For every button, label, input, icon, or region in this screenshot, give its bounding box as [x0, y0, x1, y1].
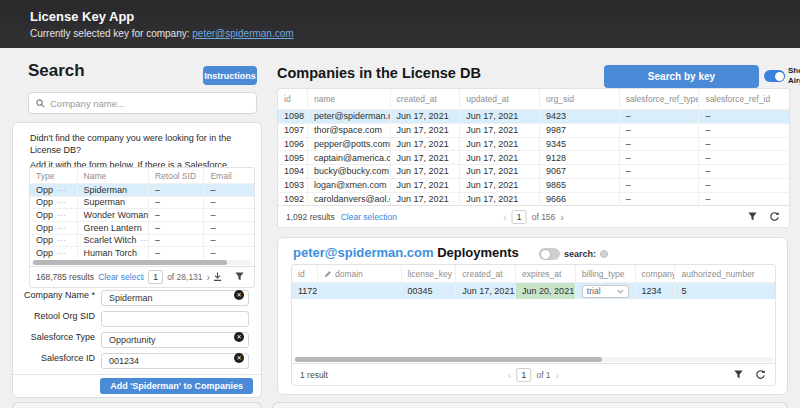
table-row[interactable]: 1093 logan@xmen.com Jun 17, 2021 Jun 17,…	[278, 178, 789, 192]
search-toggle-label: search:	[564, 249, 596, 259]
salesforce-type-field[interactable]	[101, 332, 249, 348]
filter-icon[interactable]	[232, 271, 246, 283]
app-title: License Key App	[30, 9, 134, 24]
column-header-id[interactable]: id	[278, 89, 308, 109]
search-icon	[36, 99, 45, 108]
column-header-type[interactable]: Type	[30, 168, 78, 183]
column-header-name[interactable]: name	[308, 89, 391, 109]
column-header-domain[interactable]: domain	[318, 265, 402, 282]
column-header-salesforce-ref-type[interactable]: salesforce_ref_type	[620, 89, 700, 109]
deployments-container: peter@spiderman.com Deployments search: …	[277, 237, 788, 395]
table-row[interactable]: Opp Scarlet Witch – –	[30, 234, 254, 247]
search-input[interactable]	[50, 98, 249, 109]
next-page-button[interactable]: ›	[560, 212, 564, 222]
table-row[interactable]: Opp Spiderman – –	[30, 183, 254, 196]
intro-line1: Didn't find the company you were looking…	[30, 133, 248, 156]
clear-selection-link[interactable]: Clear selection	[341, 212, 397, 222]
filter-icon[interactable]	[745, 211, 759, 223]
table-row[interactable]: Opp Wonder Woman – –	[30, 208, 254, 221]
expires-at-cell: Jun 20, 2021	[516, 283, 576, 299]
table-row[interactable]: 1098 peter@spiderman.co Jun 17, 2021 Jun…	[278, 109, 789, 123]
column-header-salesforce-ref-id[interactable]: salesforce_ref_id	[699, 89, 789, 109]
table-row[interactable]: 1096 pepper@potts.com Jun 17, 2021 Jun 1…	[278, 137, 789, 151]
deployments-company-name[interactable]: peter@spiderman.com	[293, 245, 434, 260]
clear-field-icon[interactable]: ✕	[234, 290, 244, 300]
show-airgapped-toggle[interactable]	[764, 70, 785, 82]
table-row[interactable]: 1095 captain@america.com Jun 17, 2021 Ju…	[278, 150, 789, 164]
app-header: License Key App Currently selected key f…	[0, 0, 800, 48]
table-row[interactable]: 1094 bucky@bucky.com Jun 17, 2021 Jun 17…	[278, 164, 789, 178]
selected-company-link[interactable]: peter@spiderman.com	[192, 28, 293, 39]
page-count-label: of 28,131	[167, 272, 202, 282]
page-number-input[interactable]: 1	[512, 210, 527, 224]
next-card-sliver	[12, 402, 262, 408]
domain-cell[interactable]	[318, 283, 402, 299]
truncation-ellipsis	[53, 235, 65, 245]
page-number-input[interactable]: 1	[148, 270, 163, 284]
table-row[interactable]: 1172 00345 Jun 17, 2021 Jun 20, 2021 tri…	[292, 282, 775, 299]
column-header-license-key[interactable]: license_key	[402, 265, 457, 282]
prev-page-button[interactable]: ‹	[503, 212, 507, 222]
table-row[interactable]: Opp Superman – –	[30, 196, 254, 209]
table-row[interactable]: Opp Human Torch – –	[30, 246, 254, 259]
clear-field-icon[interactable]: ✕	[234, 332, 244, 342]
column-header-created-at[interactable]: created_at	[456, 265, 516, 282]
truncation-ellipsis	[53, 248, 65, 258]
column-header-expires-at[interactable]: expires_at	[516, 265, 576, 282]
column-header-id[interactable]: id	[292, 265, 318, 282]
clear-field-icon[interactable]: ✕	[234, 353, 244, 363]
page-count-label: of 156	[532, 212, 556, 222]
clear-selection-link[interactable]: Clear selection	[98, 272, 144, 282]
next-page-button[interactable]: ›	[556, 370, 560, 380]
page-count-label: of 1	[536, 370, 550, 380]
toggle-knob	[541, 250, 550, 259]
table-row[interactable]: 1092 caroldanvers@aol.com Jun 17, 2021 J…	[278, 192, 789, 206]
truncation-ellipsis	[53, 210, 65, 220]
page-number-input[interactable]: 1	[516, 368, 531, 382]
column-header-authorized-number[interactable]: authorized_number	[675, 265, 775, 282]
column-header-org-sid[interactable]: org_sid	[540, 89, 620, 109]
horizontal-scrollbar[interactable]	[32, 260, 252, 265]
prev-page-button[interactable]: ‹	[508, 370, 512, 380]
column-header-billing-type[interactable]: billing_type	[576, 265, 636, 282]
refresh-icon[interactable]	[753, 369, 767, 381]
search-by-key-button[interactable]: Search by key	[604, 65, 759, 88]
salesforce-id-label: Salesforce ID	[13, 353, 101, 363]
toggle-knob	[775, 72, 784, 81]
retool-org-sid-field[interactable]	[101, 311, 249, 327]
next-card-sliver	[272, 402, 788, 408]
results-count: 1 result	[300, 370, 328, 380]
column-header-company-id[interactable]: company_id	[636, 265, 676, 282]
results-count: 1,092 results	[286, 212, 335, 222]
search-toggle[interactable]	[539, 248, 560, 260]
salesforce-id-field[interactable]	[101, 353, 249, 369]
truncation-ellipsis	[53, 197, 65, 207]
table-footer: 1,092 results Clear selection ‹ 1 of 156…	[278, 205, 789, 227]
subtitle-prefix: Currently selected key for company:	[30, 28, 190, 39]
column-header-email[interactable]: Email	[204, 168, 254, 183]
refresh-icon[interactable]	[767, 211, 781, 223]
companies-table: id name created_at updated_at org_sid sa…	[277, 88, 790, 228]
table-row[interactable]: 1097 thor@space.com Jun 17, 2021 Jun 17,…	[278, 123, 789, 137]
status-indicator-dot	[600, 250, 608, 258]
add-company-button[interactable]: Add 'Spiderman' to Companies	[100, 378, 253, 394]
salesforce-type-label: Salesforce Type	[13, 332, 101, 342]
company-name-field[interactable]	[101, 290, 249, 306]
instructions-button[interactable]: Instructions	[203, 66, 257, 85]
column-header-retool-sid[interactable]: Retool SID	[149, 168, 205, 183]
deployments-title: peter@spiderman.com Deployments	[293, 245, 519, 260]
download-icon[interactable]	[210, 271, 224, 283]
show-airgapped-label: Show Airgapped	[788, 66, 800, 85]
column-header-name[interactable]: Name	[78, 168, 149, 183]
pencil-icon	[324, 270, 332, 278]
column-header-created-at[interactable]: created_at	[391, 89, 461, 109]
table-row[interactable]: Opp Green Lantern – –	[30, 221, 254, 234]
filter-icon[interactable]	[731, 369, 745, 381]
column-header-updated-at[interactable]: updated_at	[460, 89, 540, 109]
add-company-container: Didn't find the company you were looking…	[12, 122, 262, 398]
billing-type-select[interactable]: trial	[582, 285, 629, 298]
company-name-label: Company Name *	[13, 290, 101, 300]
horizontal-scrollbar[interactable]	[294, 357, 773, 362]
company-search-field[interactable]	[28, 92, 257, 114]
salesforce-results-table: Type Name Retool SID Email Opp Spiderman…	[29, 167, 255, 288]
